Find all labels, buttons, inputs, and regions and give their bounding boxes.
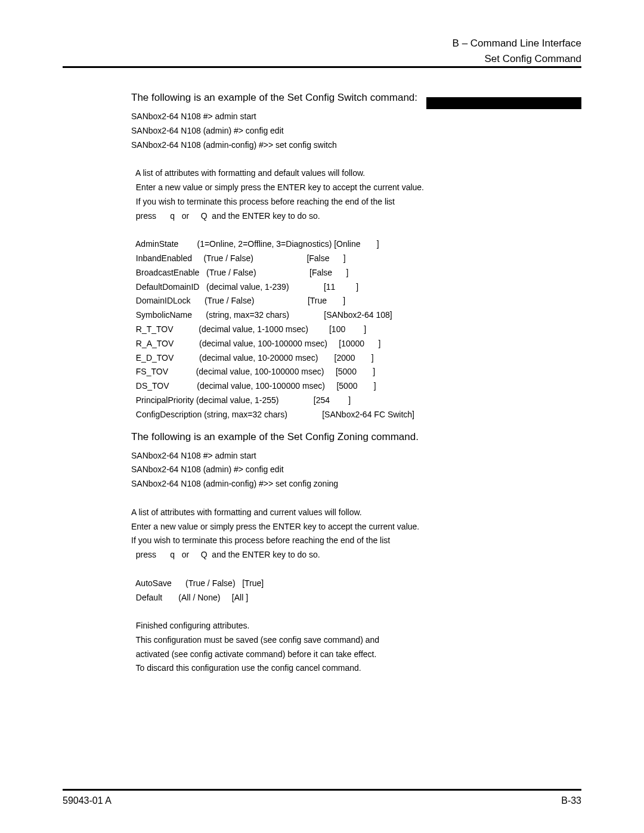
footer-rule [63, 789, 581, 791]
terminal-output-switch: SANbox2-64 N108 #> admin start SANbox2-6… [131, 110, 581, 422]
header-line-1: B – Command Line Interface [63, 36, 581, 51]
header-line-2: Set Config Command [63, 51, 581, 67]
footer-page-number: B-33 [561, 795, 581, 806]
footer-doc-id: 59043-01 A [63, 795, 112, 806]
header-rule [63, 66, 581, 68]
intro-text-zoning: The following is an example of the Set C… [131, 431, 581, 443]
terminal-output-zoning: SANbox2-64 N108 #> admin start SANbox2-6… [131, 449, 581, 676]
header-black-box [426, 97, 581, 109]
